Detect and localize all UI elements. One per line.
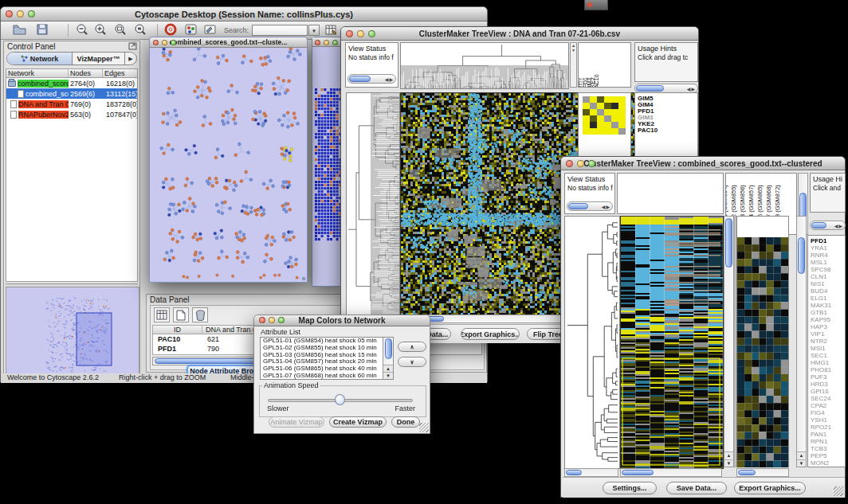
select-attributes-icon[interactable] (154, 307, 170, 322)
gene-label[interactable]: YSH1 (808, 416, 845, 424)
tv1-status-scrollbar[interactable]: ◀▶ (347, 74, 396, 84)
tv2-zoom-hscrollbar[interactable] (736, 468, 789, 477)
scroll-arrows-icon[interactable]: ◀▶ (834, 223, 845, 229)
minimize-icon[interactable] (577, 160, 584, 167)
help-lifering-icon[interactable] (163, 23, 178, 37)
close-icon[interactable] (566, 160, 573, 167)
tv1-column-dendrogram-canvas[interactable] (400, 42, 569, 89)
search-input[interactable] (252, 25, 308, 36)
close-icon[interactable] (587, 2, 592, 7)
scroll-arrows-icon[interactable]: ◀▶ (602, 204, 612, 209)
gene-label[interactable]: HMG1 (808, 359, 845, 366)
zoom-window-icon[interactable] (588, 160, 595, 167)
close-icon[interactable] (259, 317, 265, 323)
gene-label[interactable]: HAP3 (808, 323, 845, 330)
network2-titlebar[interactable] (312, 37, 343, 47)
resize-grip[interactable] (834, 486, 843, 496)
zoom-window-icon[interactable] (28, 10, 35, 18)
gene-label[interactable]: BUD4 (808, 287, 845, 295)
done-button[interactable]: Done (391, 416, 420, 428)
zoom-fit-icon[interactable] (113, 23, 128, 37)
tv2-zoom-vscrollbar[interactable]: ▲ ▼ (796, 216, 807, 467)
resize-grip[interactable] (302, 277, 305, 280)
tv2-status-scrollbar[interactable]: ◀▶ (567, 201, 613, 211)
attribute-list-item[interactable]: GPL51-01 (GSM854) heat shock 05 min (261, 338, 393, 345)
dialog-titlebar[interactable]: Map Colors to Network (254, 315, 430, 326)
treeview1-titlebar[interactable]: ClusterMaker TreeView : DNA and Tran 07-… (341, 27, 698, 41)
network-tree-row[interactable]: combined_sco2569(6)13112(15) (6, 88, 137, 99)
network1-titlebar[interactable]: combined_scores_good.txt--cluste... (150, 37, 307, 48)
close-icon[interactable] (153, 40, 159, 45)
tv2-heatmap-hscrollbar[interactable] (620, 468, 722, 477)
scroll-up-icon[interactable]: ▲ (383, 365, 393, 372)
attribute-list-item[interactable]: GPL51-02 (GSM855) heat shock 10 min (261, 345, 393, 352)
tv1-row-dendrogram-canvas[interactable] (346, 92, 400, 315)
gene-label[interactable]: FIG4 (808, 409, 845, 416)
col-header-nodes[interactable]: Nodes (69, 69, 103, 77)
gene-label[interactable]: SEC1 (808, 352, 845, 359)
tv2-gene-labels-panel[interactable]: PFD1YRA1RNR4MSL1SPC98CLN1NIS1BUD4ELG1MAK… (807, 235, 846, 467)
scroll-thumb[interactable] (811, 222, 826, 229)
scroll-up-icon[interactable]: ▲ (724, 451, 733, 459)
tv2-global-vscrollbar[interactable]: ▲ ▼ (724, 216, 734, 467)
resize-grip[interactable] (419, 423, 429, 432)
zoom-out-icon[interactable] (75, 23, 89, 37)
gene-label[interactable]: NIS1 (808, 280, 845, 287)
tv2-hints-scrollbar[interactable]: ◀▶ (810, 221, 846, 230)
gene-label[interactable]: MAK31 (808, 302, 845, 309)
gene-label[interactable]: KAP95 (808, 316, 845, 323)
tv2-column-dendrogram-panel[interactable] (617, 173, 724, 214)
scroll-down-icon[interactable]: ▼ (797, 459, 806, 467)
zoom-window-icon[interactable] (332, 40, 338, 45)
gene-label[interactable]: HRD3 (808, 381, 845, 388)
tv2-settings-button[interactable]: Settings... (603, 482, 657, 494)
scroll-thumb[interactable] (349, 76, 371, 82)
zoom-window-icon[interactable] (171, 40, 176, 45)
float-panel-icon[interactable] (128, 42, 137, 50)
close-icon[interactable] (346, 30, 353, 37)
tv1-label-scroll-strip[interactable]: ▲▼ (570, 42, 577, 88)
scroll-thumb[interactable] (636, 85, 664, 92)
minimize-icon[interactable] (357, 30, 364, 37)
minimize-icon[interactable] (269, 317, 275, 323)
col-header-edges[interactable]: Edges (103, 69, 137, 77)
birdseye-overview-canvas[interactable] (6, 287, 139, 377)
gene-label[interactable]: NTR2 (808, 338, 845, 345)
gene-label[interactable]: SEC24 (808, 395, 845, 402)
tv2-save-data-button[interactable]: Save Data... (666, 482, 727, 494)
scroll-thumb[interactable] (568, 203, 588, 209)
scroll-thumb[interactable] (725, 218, 732, 268)
network1-view-canvas[interactable] (150, 48, 307, 282)
gene-label[interactable]: RPN1 (808, 438, 845, 445)
scroll-thumb[interactable] (385, 338, 392, 359)
move-down-button[interactable]: ∨ (398, 357, 426, 367)
gene-label[interactable]: MSL1 (808, 259, 845, 266)
tab-network[interactable]: Network (7, 53, 73, 64)
gene-label[interactable]: YRA1 (808, 244, 845, 252)
tv2-dendro-hscrollbar[interactable] (564, 468, 618, 477)
minimize-icon[interactable] (162, 40, 167, 45)
scroll-down-icon[interactable]: ▼ (383, 372, 393, 379)
network-tree-row[interactable]: DNA and Tran 07769(0)183728(0) (6, 99, 137, 109)
move-up-button[interactable]: ∧ (398, 342, 426, 352)
gene-label[interactable]: MSI1 (808, 345, 845, 352)
close-icon[interactable] (6, 10, 13, 18)
attribute-listbox[interactable]: GPL51-01 (GSM854) heat shock 05 minGPL51… (260, 337, 394, 380)
attribute-list-item[interactable]: GPL51-04 (GSM857) heat shock 20 min (261, 358, 393, 365)
gene-label[interactable]: CPA2 (808, 402, 845, 409)
col-header-network[interactable]: Network (6, 69, 69, 77)
scroll-arrows-icon[interactable]: ◀▶ (385, 76, 395, 82)
zoom-window-icon[interactable] (278, 317, 285, 323)
gene-label[interactable]: GTB1 (808, 309, 845, 316)
delete-attribute-icon[interactable] (192, 307, 208, 322)
tv2-export-graphics-button[interactable]: Export Graphics... (734, 482, 806, 494)
gene-label[interactable]: MON2 (808, 459, 845, 467)
network2-grid-canvas[interactable] (315, 88, 342, 241)
network-tree-row[interactable]: combined_scores_2764(0)16218(0) (6, 78, 137, 88)
attribute-list-item[interactable]: GPL51-07 (GSM868) heat shock 60 min (261, 373, 393, 380)
animate-vizmap-button[interactable]: Animate Vizmap (269, 416, 324, 428)
gene-label[interactable]: PFD1 (808, 237, 845, 244)
scroll-up-icon[interactable]: ▲ (797, 451, 806, 459)
gene-label[interactable]: ELG1 (808, 295, 845, 302)
attribute-table-icon[interactable] (324, 23, 339, 37)
